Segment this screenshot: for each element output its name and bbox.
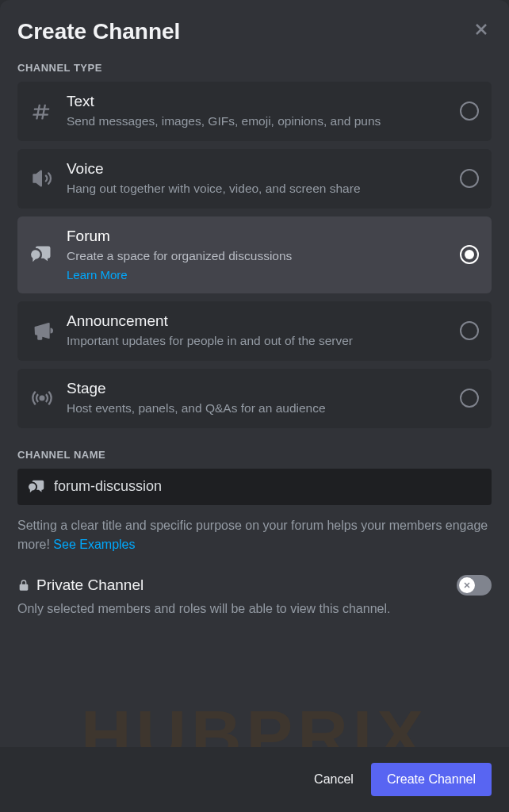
private-channel-row: Private Channel	[17, 575, 492, 596]
type-title: Text	[67, 93, 447, 110]
private-channel-desc: Only selected members and roles will be …	[17, 602, 492, 616]
radio-indicator	[460, 169, 479, 188]
radio-indicator	[460, 389, 479, 408]
channel-name-field-wrap[interactable]	[17, 469, 492, 505]
type-title: Announcement	[67, 312, 447, 330]
private-channel-toggle[interactable]	[457, 575, 492, 596]
close-button[interactable]	[471, 19, 492, 40]
modal-header: Create Channel	[17, 19, 492, 44]
channel-type-list: Text Send messages, images, GIFs, emoji,…	[17, 82, 492, 428]
see-examples-link[interactable]: See Examples	[53, 538, 135, 551]
radio-indicator	[460, 245, 479, 264]
channel-type-voice[interactable]: Voice Hang out together with voice, vide…	[17, 149, 492, 209]
type-desc: Important updates for people in and out …	[67, 333, 447, 350]
type-title: Voice	[67, 160, 447, 178]
modal-footer: Cancel Create Channel	[0, 747, 509, 812]
speaker-icon	[30, 167, 54, 190]
type-desc: Host events, panels, and Q&As for an aud…	[67, 400, 447, 417]
hash-icon	[30, 99, 54, 123]
cancel-button[interactable]: Cancel	[311, 764, 357, 795]
type-title: Forum	[67, 228, 447, 245]
radio-indicator	[460, 102, 479, 121]
modal-title: Create Channel	[17, 19, 180, 44]
private-channel-label: Private Channel	[36, 576, 144, 594]
channel-name-input[interactable]	[54, 478, 480, 495]
channel-type-label: CHANNEL TYPE	[17, 62, 492, 74]
svg-point-0	[40, 396, 45, 401]
helper-text: Setting a clear title and specific purpo…	[17, 516, 492, 554]
create-channel-button[interactable]: Create Channel	[371, 763, 492, 796]
learn-more-link[interactable]: Learn More	[67, 268, 128, 282]
forum-icon	[29, 478, 46, 496]
channel-type-stage[interactable]: Stage Host events, panels, and Q&As for …	[17, 369, 492, 428]
channel-type-forum[interactable]: Forum Create a space for organized discu…	[17, 216, 492, 293]
type-desc: Send messages, images, GIFs, emoji, opin…	[67, 113, 447, 130]
close-icon	[472, 20, 491, 39]
channel-name-label: CHANNEL NAME	[17, 449, 492, 461]
type-desc: Hang out together with voice, video, and…	[67, 181, 447, 197]
type-title: Stage	[67, 380, 447, 397]
megaphone-icon	[30, 319, 54, 343]
type-desc: Create a space for organized discussions	[67, 248, 447, 265]
lock-icon	[17, 579, 30, 592]
stage-icon	[30, 386, 54, 410]
channel-type-announcement[interactable]: Announcement Important updates for peopl…	[17, 301, 492, 361]
create-channel-modal: Create Channel CHANNEL TYPE Text Send me…	[0, 0, 509, 812]
forum-icon	[30, 243, 54, 266]
channel-type-text[interactable]: Text Send messages, images, GIFs, emoji,…	[17, 82, 492, 141]
toggle-thumb	[459, 577, 475, 593]
radio-indicator	[460, 321, 479, 340]
